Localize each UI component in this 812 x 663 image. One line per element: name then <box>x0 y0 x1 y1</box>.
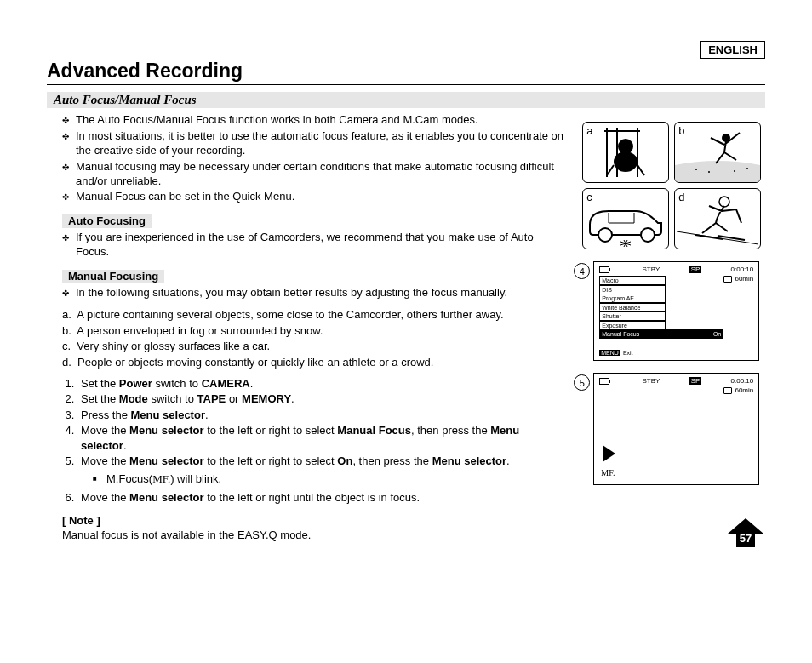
remain-time: 60min <box>735 386 753 394</box>
battery-icon <box>599 377 613 385</box>
step-1: Set the Power switch to CAMERA. <box>77 376 565 392</box>
svg-point-10 <box>746 168 748 169</box>
auto-focusing-label: Auto Focusing <box>62 214 152 228</box>
situation-a: A picture containing several objects, so… <box>77 308 503 321</box>
tape-icon <box>723 276 732 283</box>
situation-d: People or objects moving constantly or q… <box>77 356 433 369</box>
svg-point-17 <box>719 197 729 207</box>
menu-item: White Balance <box>599 303 666 312</box>
menu-item: Program AE <box>599 294 666 303</box>
language-label: ENGLISH <box>700 41 765 59</box>
mf-icon: MF. <box>152 472 170 485</box>
mf-indicator-icon: MF. <box>601 468 615 477</box>
menu-item: DIS <box>599 285 666 294</box>
step-list: Set the Power switch to CAMERA. Set the … <box>62 376 565 506</box>
svg-point-12 <box>641 228 655 242</box>
stby-label: STBY <box>643 377 660 385</box>
sp-label: SP <box>689 266 702 273</box>
svg-point-9 <box>734 170 735 172</box>
illustration-grid: a b <box>582 122 761 249</box>
exit-label: Exit <box>623 350 633 356</box>
illustration-d: d <box>674 188 761 249</box>
situation-c: Very shiny or glossy surfaces like a car… <box>77 340 270 352</box>
situation-b: A person enveloped in fog or surrounded … <box>77 324 323 337</box>
step-5-sub: M.Focus(MF.) will blink. <box>93 472 565 487</box>
step-5: Move the Menu selector to the left or ri… <box>77 454 565 487</box>
intro-bullet: The Auto Focus/Manual Focus function wor… <box>62 113 565 128</box>
step-4: Move the Menu selector to the left or ri… <box>77 423 565 454</box>
time-counter: 0:00:10 <box>731 266 754 273</box>
svg-point-8 <box>708 171 710 173</box>
quick-menu: Macro DIS Program AE White Balance Shutt… <box>599 276 666 339</box>
svg-point-7 <box>695 169 697 170</box>
tape-icon <box>723 387 732 394</box>
play-icon <box>603 445 615 462</box>
remain-time: 60min <box>735 275 753 283</box>
intro-bullet: In most situations, it is better to use … <box>62 129 565 158</box>
page-title: Advanced Recording <box>47 60 765 83</box>
menu-item: Shutter <box>599 311 666 321</box>
illustration-a: a <box>582 122 669 183</box>
menu-item: Exposure <box>599 321 666 330</box>
lcd-playback-screen: STBY SP 0:00:10 60min MF. <box>593 373 759 485</box>
step-6: Move the Menu selector to the left or ri… <box>77 490 565 506</box>
menu-button-icon: MENU <box>599 350 620 356</box>
stby-label: STBY <box>643 266 660 273</box>
battery-icon <box>599 266 613 273</box>
callout-4: 4 <box>574 263 590 279</box>
intro-bullet: Manual Focus can be set in the Quick Men… <box>62 190 565 204</box>
illustration-c: c <box>582 188 669 249</box>
note-text: Manual focus is not available in the EAS… <box>62 529 565 543</box>
menu-item-selected: Manual FocusOn <box>599 329 723 339</box>
section-subheading: Auto Focus/Manual Focus <box>47 92 765 108</box>
time-counter: 0:00:10 <box>731 377 754 385</box>
note-label: [ Note ] <box>62 514 565 529</box>
svg-text:57: 57 <box>740 532 752 545</box>
situation-list: a. A picture containing several objects,… <box>62 307 565 369</box>
step-2: Set the Mode switch to TAPE or MEMORY. <box>77 392 565 407</box>
auto-focus-bullet: If you are inexperienced in the use of C… <box>62 231 565 260</box>
scroll-arrows-icon: ▲▼ <box>669 330 676 339</box>
manual-focus-bullet: In the following situations, you may obt… <box>62 286 565 300</box>
svg-point-11 <box>598 228 612 242</box>
callout-5: 5 <box>574 374 590 391</box>
manual-focusing-label: Manual Focusing <box>62 270 164 283</box>
illustration-b: b <box>674 122 761 183</box>
page-number: 57 <box>726 517 765 549</box>
title-rule <box>47 84 765 85</box>
menu-item: Macro <box>599 276 666 285</box>
lcd-menu-screen: STBY SP 0:00:10 60min Macro DIS Program … <box>593 261 759 361</box>
svg-point-5 <box>614 151 638 172</box>
intro-bullet: Manual focusing may be necessary under c… <box>62 160 565 189</box>
step-3: Press the Menu selector. <box>77 408 565 423</box>
sp-label: SP <box>689 377 702 385</box>
